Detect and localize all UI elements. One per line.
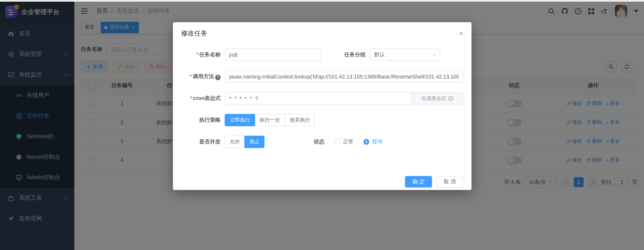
status-option-normal[interactable]: 正常 [334,138,354,146]
invoke-target-label: *调用方法? [181,73,221,80]
form-row-invoke: *调用方法? [181,70,463,83]
task-name-input[interactable] [225,49,322,61]
radio-icon [364,139,369,145]
status-radio-group: 状态 正常 暂停 [314,138,383,146]
concurrent-option-forbid[interactable]: 禁止 [244,136,264,148]
policy-option-once[interactable]: 执行一次 [255,114,285,126]
policy-option-abandon[interactable]: 放弃执行 [284,114,315,126]
form-row-name-group: *任务名称 任务分组 默认 [181,49,463,61]
concurrent-label: 是否并发 [181,138,221,146]
radio-icon [334,139,340,145]
task-name-label: *任务名称 [181,51,221,58]
dialog-body: *任务名称 任务分组 默认 *调用方法? *cron表达式 [173,38,472,148]
edit-task-dialog: 修改任务 × *任务名称 任务分组 默认 *调用方法? *c [173,22,472,190]
task-group-select[interactable]: 默认 [370,49,440,61]
status-label: 状态 [314,138,324,146]
dialog-close-icon[interactable]: × [459,30,463,37]
top-strip [0,0,644,2]
cancel-button[interactable]: 取 消 [436,176,463,187]
task-group-label: 任务分组 [337,51,366,58]
dialog-footer: 确 定 取 消 [405,176,463,187]
form-row-concurrent: 是否并发 允许 禁止 状态 正常 暂停 [181,136,463,148]
cron-expression-input[interactable] [225,93,412,104]
cron-input-group: 生成表达式 [225,92,464,104]
form-row-cron: *cron表达式 生成表达式 [181,92,463,104]
generate-cron-button[interactable]: 生成表达式 [412,93,463,104]
dialog-header: 修改任务 × [173,22,472,38]
dialog-title: 修改任务 [181,29,208,38]
cron-label: *cron表达式 [181,95,221,102]
concurrent-option-allow[interactable]: 允许 [225,136,245,148]
policy-label: 执行策略 [181,116,221,124]
concurrent-radio-group: 允许 禁止 [225,136,264,148]
app-root: ✓ 企业管理平台 首页 系统管理 [0,0,644,250]
invoke-help-icon[interactable]: ? [215,75,221,80]
policy-option-immediate[interactable]: 立即执行 [225,114,255,126]
invoke-target-input[interactable] [225,70,464,83]
policy-radio-group: 立即执行 执行一次 放弃执行 [225,114,315,126]
form-row-policy: 执行策略 立即执行 执行一次 放弃执行 [181,114,463,126]
confirm-button[interactable]: 确 定 [405,176,432,187]
status-option-paused[interactable]: 暂停 [364,138,383,146]
